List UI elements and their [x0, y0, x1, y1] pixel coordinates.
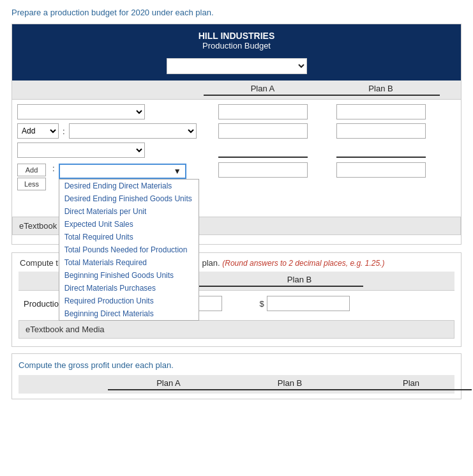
row1-planb-field[interactable]	[336, 104, 426, 119]
budget-row-3: Expected Unit Sales Required Production …	[12, 141, 461, 160]
row2-plan-a-input	[204, 123, 322, 139]
row1-left: Expected Unit Sales Required Production …	[12, 104, 204, 119]
row4-colon: :	[52, 164, 55, 173]
budget-row-2: Add Less : Desired Ending Direct Materia…	[12, 121, 461, 141]
row4-plan-b-input	[322, 162, 440, 178]
dd-item-6[interactable]: Total Pounds Needed for Production	[59, 243, 199, 256]
cost-planb-input[interactable]	[267, 296, 350, 311]
bottom-plan-a-header: Plan A	[108, 378, 229, 390]
row2-plana-field[interactable]	[218, 123, 308, 139]
bottom-plan-headers: Plan A Plan B Plan	[19, 375, 454, 394]
dd-item-2[interactable]: Desired Ending Finished Goods Units	[59, 192, 199, 205]
add-less-buttons: Add Less	[17, 164, 46, 190]
row3-plana-field[interactable]	[218, 142, 308, 158]
bottom-plan-c-header: Plan	[350, 378, 472, 390]
dd-item-3[interactable]: Direct Materials per Unit	[59, 205, 199, 218]
row4-dropdown-container: ▼ Desired Ending Direct Materials Desire…	[59, 164, 186, 179]
row3-plan-a-input	[204, 142, 322, 158]
card-header: HILL INDUSTRIES Production Budget	[12, 24, 461, 56]
row3-planb-field[interactable]	[336, 142, 426, 158]
row1-plana-field[interactable]	[218, 104, 308, 119]
budget-rows: Expected Unit Sales Required Production …	[12, 100, 461, 214]
row4-plana-field[interactable]	[218, 162, 308, 178]
row2-planb-field[interactable]	[336, 123, 426, 139]
row3-plan-b-input	[322, 142, 440, 158]
plan-a-header: Plan A	[204, 84, 322, 96]
row2-add-less[interactable]: Add Less	[17, 123, 59, 139]
year-dropdown[interactable]: 2020	[167, 58, 307, 74]
row4-planb-field[interactable]	[336, 162, 426, 178]
label-col-spacer	[12, 84, 204, 96]
row2-plan-b-input	[322, 123, 440, 139]
cost-planb-group: $	[241, 296, 368, 311]
round-note: (Round answers to 2 decimal places, e.g.…	[222, 259, 384, 268]
dd-item-8[interactable]: Beginning Finished Goods Units	[59, 269, 199, 282]
row3-select[interactable]: Expected Unit Sales Required Production …	[17, 142, 145, 158]
less-button[interactable]: Less	[17, 178, 46, 190]
dd-item-7[interactable]: Total Materials Required	[59, 256, 199, 269]
header-dropdown-row: 2020	[12, 56, 461, 81]
bottom-instruction: Compute the gross profit under each plan…	[19, 360, 454, 370]
bottom-plan-b-header: Plan B	[229, 378, 350, 390]
dd-item-5[interactable]: Total Required Units	[59, 231, 199, 243]
budget-row-1: Expected Unit Sales Required Production …	[12, 102, 461, 121]
dd-item-4[interactable]: Expected Unit Sales	[59, 218, 199, 231]
dollar-sign-b: $	[259, 299, 264, 309]
production-budget-card: HILL INDUSTRIES Production Budget 2020 P…	[11, 24, 462, 245]
section2-etextbook: eTextbook and Media	[19, 320, 454, 339]
row1-plan-a-input	[204, 104, 322, 119]
add-button[interactable]: Add	[17, 164, 46, 176]
row3-left: Expected Unit Sales Required Production …	[12, 142, 204, 158]
row2-item-select[interactable]: Desired Ending Direct Materials Desired …	[69, 123, 197, 139]
dd-item-10[interactable]: Required Production Units	[59, 295, 199, 307]
row2-left: Add Less : Desired Ending Direct Materia…	[12, 123, 204, 139]
chevron-down-icon: ▼	[174, 167, 181, 176]
plan-headers: Plan A Plan B	[12, 81, 461, 100]
dd-item-1[interactable]: Desired Ending Direct Materials	[59, 180, 199, 192]
bottom-label-spacer	[19, 378, 108, 390]
row2-colon: :	[63, 127, 65, 136]
budget-row-4: Add Less : ▼ Desired Ending Direct Mater…	[12, 160, 461, 192]
dd-item-9[interactable]: Direct Materials Purchases	[59, 282, 199, 295]
section2-plan-b-header: Plan B	[236, 275, 363, 287]
row4-dropdown-trigger[interactable]: ▼	[59, 164, 186, 179]
row1-plan-b-input	[322, 104, 440, 119]
budget-title: Production Budget	[17, 41, 456, 50]
plan-b-header: Plan B	[322, 84, 440, 96]
top-instruction: Prepare a production budget for 2020 und…	[11, 8, 462, 17]
row4-left: Add Less : ▼ Desired Ending Direct Mater…	[12, 162, 204, 190]
dd-item-11[interactable]: Beginning Direct Materials	[59, 307, 199, 320]
section2-etextbook-bar: eTextbook and Media	[19, 320, 454, 339]
row4-plan-a-input	[204, 162, 322, 178]
company-name: HILL INDUSTRIES	[17, 31, 456, 41]
row4-dropdown-list: Desired Ending Direct Materials Desired …	[59, 179, 199, 321]
bottom-section: Compute the gross profit under each plan…	[11, 353, 462, 399]
row1-select[interactable]: Expected Unit Sales Required Production …	[17, 104, 145, 119]
